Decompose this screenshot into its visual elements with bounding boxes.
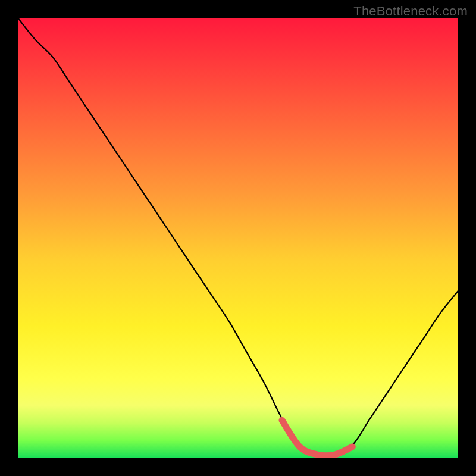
curve-highlight [282,420,352,455]
plot-area [18,18,458,458]
watermark-text: TheBottleneck.com [353,4,468,19]
bottleneck-curve [18,18,458,458]
curve-path [18,18,458,455]
chart-frame: TheBottleneck.com [0,0,476,476]
